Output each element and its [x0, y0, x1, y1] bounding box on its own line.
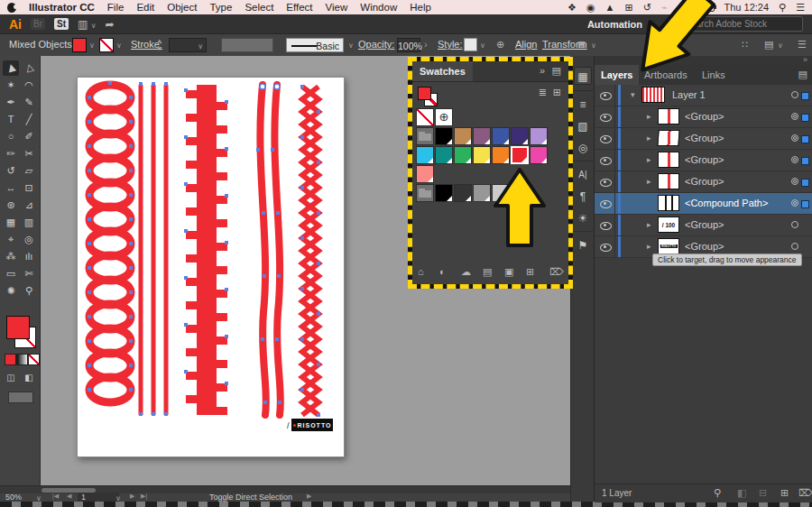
style-swatch[interactable] — [464, 38, 477, 51]
target-icon[interactable] — [791, 156, 798, 163]
drive-icon[interactable]: ▲ — [605, 2, 615, 13]
color-group-folder[interactable] — [416, 184, 434, 202]
layer-name[interactable]: <Group> — [685, 133, 724, 143]
dock-chevron-icon[interactable]: ∨ — [778, 41, 783, 50]
swatch[interactable] — [435, 146, 453, 164]
selection-square[interactable] — [801, 92, 809, 100]
swatches-menu-icon[interactable]: ▤ — [552, 65, 561, 77]
ellipse-tool[interactable]: ○ — [3, 129, 19, 144]
layer-row-layer1[interactable]: ▾ Layer 1 — [595, 85, 812, 106]
dropbox-icon[interactable]: ❖ — [567, 2, 577, 14]
new-sublayer-icon[interactable]: ⊟ — [759, 487, 767, 499]
type-tool[interactable]: T — [3, 112, 19, 127]
selection-tool[interactable]: ▶ — [3, 60, 19, 76]
blend-tool[interactable]: ◎ — [21, 232, 37, 247]
color-group-folder[interactable] — [416, 127, 434, 145]
swatch[interactable] — [492, 146, 510, 164]
width-tool[interactable]: ↔ — [3, 180, 19, 196]
menu-select[interactable]: Select — [245, 2, 273, 13]
grid-view-icon[interactable]: ⊞ — [553, 87, 561, 98]
battery-icon[interactable]: ⚡ — [699, 3, 715, 12]
target-icon[interactable] — [791, 221, 798, 228]
paintbrush-tool[interactable]: ✐ — [21, 129, 37, 144]
target-icon[interactable] — [791, 178, 798, 185]
swatch-kinds-icon[interactable]: ◐ — [439, 266, 446, 277]
layer-row-compound-path[interactable]: <Compound Path> — [595, 193, 812, 215]
collapse-dock-icon[interactable]: » — [803, 55, 807, 64]
stock-button[interactable]: St — [54, 18, 69, 30]
document-setup-icon[interactable]: ⊕ — [496, 39, 504, 51]
layer-row-group[interactable]: ▸ <Group> — [595, 128, 812, 150]
layer-name[interactable]: <Group> — [685, 219, 724, 230]
time-machine-icon[interactable]: ↺ — [643, 2, 651, 14]
align-panel-link[interactable]: Align — [515, 39, 537, 50]
reference-point-icon[interactable]: ⊞ — [577, 39, 586, 51]
swatch[interactable] — [473, 184, 491, 202]
new-color-group-icon[interactable]: ▣ — [504, 266, 513, 278]
transform-chevron-icon[interactable]: ∨ — [591, 41, 596, 50]
fill-color-swatch[interactable] — [72, 38, 87, 52]
column-graph-tool[interactable]: ılı — [21, 249, 37, 264]
expand-icon[interactable]: ▸ — [647, 155, 651, 164]
opacity-panel-link[interactable]: Opacity: — [358, 39, 394, 50]
gradient-panel-icon[interactable]: ▧ — [574, 117, 592, 135]
visibility-eye-icon[interactable] — [600, 157, 612, 165]
shaper-tool[interactable]: ✏ — [3, 146, 19, 161]
swatch[interactable] — [416, 146, 434, 164]
layer-row-group[interactable]: ▸ / 100 <Group> — [595, 215, 812, 236]
swatches-panel-icon[interactable]: ▦ — [574, 67, 592, 85]
selection-square[interactable] — [801, 157, 809, 165]
swatch[interactable] — [454, 127, 472, 145]
control-menu-icon[interactable]: ☰ — [798, 39, 807, 51]
adobe-stock-search[interactable]: ⚲ — [668, 16, 803, 32]
zoom-level[interactable]: 50% — [5, 493, 22, 502]
swatch[interactable] — [454, 184, 472, 202]
layer-name[interactable]: <Group> — [685, 241, 724, 252]
appearance-panel-icon[interactable]: ☀ — [574, 209, 592, 227]
direct-selection-tool[interactable]: ▷ — [21, 60, 37, 76]
selection-square[interactable] — [801, 200, 809, 208]
new-swatch-icon[interactable]: ⊞ — [526, 266, 534, 278]
menu-clock[interactable]: Thu 12:24 — [724, 2, 770, 13]
menu-window[interactable]: Window — [360, 2, 397, 13]
character-panel-icon[interactable]: A| — [574, 166, 592, 184]
scale-tool[interactable]: ▱ — [21, 163, 37, 179]
layer-name[interactable]: <Group> — [685, 154, 724, 165]
parallels-icon[interactable]: ⊞ — [624, 2, 632, 14]
artboard-number[interactable]: 1 — [78, 493, 119, 502]
variable-width-profile-dropdown[interactable] — [221, 38, 273, 52]
artboard-tool[interactable]: ▭ — [3, 266, 19, 281]
apple-menu-icon[interactable] — [7, 3, 16, 13]
last-artboard-icon[interactable]: ▶| — [141, 493, 147, 500]
transparency-panel-icon[interactable]: ◎ — [574, 139, 592, 157]
expand-icon[interactable]: ▸ — [647, 242, 651, 251]
hand-tool[interactable]: ✺ — [3, 283, 19, 299]
collapse-panel-icon[interactable]: » — [540, 65, 545, 76]
fill-chevron-icon[interactable]: ∨ — [89, 41, 95, 50]
menu-type[interactable]: Type — [209, 2, 232, 13]
swatch[interactable] — [454, 146, 472, 164]
visibility-eye-icon[interactable] — [600, 179, 612, 187]
expand-icon[interactable]: ▸ — [647, 134, 651, 143]
swatch-none[interactable] — [416, 108, 434, 126]
menu-help[interactable]: Help — [410, 2, 431, 13]
free-transform-tool[interactable]: ⊡ — [21, 180, 37, 196]
swatch[interactable] — [530, 146, 548, 164]
gradient-tool[interactable]: ▥ — [21, 215, 37, 230]
mesh-tool[interactable]: ▦ — [3, 215, 19, 230]
menu-file[interactable]: File — [107, 2, 125, 13]
expand-icon[interactable]: ▸ — [647, 112, 651, 121]
selection-square[interactable] — [801, 114, 809, 122]
artboards-panel-icon[interactable]: ⚑ — [574, 236, 592, 254]
next-artboard-icon[interactable]: ▶ — [130, 493, 134, 500]
share-icon[interactable]: ➦ — [106, 18, 115, 31]
fill-proxy[interactable] — [418, 87, 431, 100]
swatch-libraries-icon[interactable]: ⌂ — [418, 266, 424, 277]
layer-name[interactable]: <Group> — [685, 176, 724, 187]
gradient-mode-button[interactable] — [16, 354, 28, 365]
style-panel-link[interactable]: Style: — [438, 39, 463, 50]
selection-square[interactable] — [801, 135, 809, 143]
swatch[interactable] — [530, 127, 548, 145]
magic-wand-tool[interactable]: ✶ — [3, 78, 19, 93]
target-icon[interactable] — [791, 91, 798, 98]
